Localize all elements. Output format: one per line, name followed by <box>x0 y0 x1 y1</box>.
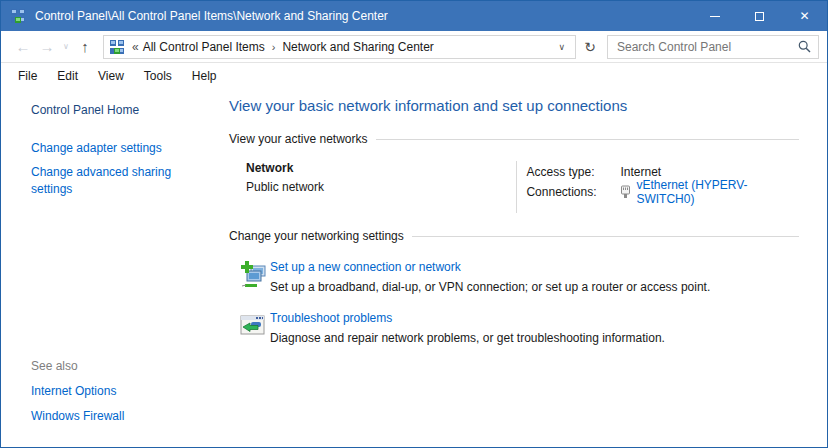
sidebar-item-control-panel-home[interactable]: Control Panel Home <box>31 103 201 117</box>
recent-pages-chevron-icon[interactable]: ∨ <box>59 42 73 51</box>
active-network-row: Network Public network Access type: Inte… <box>246 161 799 213</box>
window-controls: ✕ <box>692 1 827 31</box>
active-networks-header-label: View your active networks <box>229 132 368 146</box>
access-type-value: Internet <box>620 165 661 179</box>
minimize-button[interactable] <box>692 1 737 31</box>
page-title: View your basic network information and … <box>229 96 799 116</box>
menu-help[interactable]: Help <box>182 65 227 87</box>
breadcrumb-separator-icon[interactable]: › <box>265 41 283 53</box>
network-identity: Network Public network <box>246 161 516 213</box>
sidebar-item-change-adapter-settings[interactable]: Change adapter settings <box>31 140 183 157</box>
connections-row: Connections: vEthernet (HYPERV-SWITCH0) <box>526 182 799 202</box>
troubleshoot-description: Diagnose and repair network problems, or… <box>270 331 665 345</box>
see-also-header: See also <box>31 359 201 373</box>
sidebar-item-change-advanced-sharing-settings[interactable]: Change advanced sharing settings <box>31 164 183 198</box>
networking-settings-section-header: Change your networking settings <box>229 229 799 243</box>
network-type: Public network <box>246 180 516 194</box>
menu-view[interactable]: View <box>88 65 134 87</box>
network-details: Access type: Internet Connections: <box>517 161 799 213</box>
address-bar[interactable]: « All Control Panel Items › Network and … <box>103 35 576 59</box>
sidebar-item-windows-firewall[interactable]: Windows Firewall <box>31 408 183 425</box>
network-name: Network <box>246 161 516 175</box>
setup-connection-description: Set up a broadband, dial-up, or VPN conn… <box>270 280 710 294</box>
network-sharing-center-window: Control Panel\All Control Panel Items\Ne… <box>0 0 828 448</box>
search-input[interactable] <box>617 40 798 54</box>
sidebar: Control Panel Home Change adapter settin… <box>1 89 211 447</box>
setup-connection-item: Set up a new connection or network Set u… <box>239 260 799 294</box>
connections-label: Connections: <box>526 185 620 199</box>
section-rule <box>376 139 799 140</box>
breadcrumb-all-control-panel-items[interactable]: All Control Panel Items <box>143 40 265 54</box>
close-icon: ✕ <box>799 9 809 23</box>
setup-connection-text: Set up a new connection or network Set u… <box>269 260 710 294</box>
close-button[interactable]: ✕ <box>782 1 827 31</box>
access-type-label: Access type: <box>526 165 620 179</box>
menu-tools[interactable]: Tools <box>134 65 182 87</box>
troubleshoot-text: Troubleshoot problems Diagnose and repai… <box>269 311 665 345</box>
address-dropdown-chevron-icon[interactable]: ∨ <box>550 42 573 52</box>
network-sharing-center-icon <box>10 8 26 24</box>
menu-bar: File Edit View Tools Help <box>1 63 827 89</box>
troubleshoot-link[interactable]: Troubleshoot problems <box>270 311 665 325</box>
networking-settings-header-label: Change your networking settings <box>229 229 404 243</box>
window-title: Control Panel\All Control Panel Items\Ne… <box>35 9 692 23</box>
active-networks-section-header: View your active networks <box>229 132 799 146</box>
breadcrumb-network-and-sharing-center[interactable]: Network and Sharing Center <box>282 40 433 54</box>
up-button[interactable]: ↑ <box>73 38 97 55</box>
minimize-icon <box>710 16 720 17</box>
maximize-icon <box>755 12 764 21</box>
maximize-button[interactable] <box>737 1 782 31</box>
content-area: Control Panel Home Change adapter settin… <box>1 89 827 447</box>
troubleshoot-item: Troubleshoot problems Diagnose and repai… <box>239 311 799 345</box>
search-box[interactable] <box>607 35 819 59</box>
ethernet-adapter-icon <box>620 185 631 199</box>
main-pane: View your basic network information and … <box>211 89 827 447</box>
breadcrumb-root-chevrons[interactable]: « <box>125 40 143 54</box>
networking-settings-section: Change your networking settings <box>229 229 799 345</box>
section-rule <box>412 236 799 237</box>
forward-button[interactable]: → <box>35 38 59 55</box>
setup-connection-link[interactable]: Set up a new connection or network <box>270 260 710 274</box>
sidebar-item-internet-options[interactable]: Internet Options <box>31 383 183 400</box>
title-bar: Control Panel\All Control Panel Items\Ne… <box>1 1 827 31</box>
connection-link-vethernet[interactable]: vEthernet (HYPERV-SWITCH0) <box>636 178 799 206</box>
see-also-section: See also Internet Options Windows Firewa… <box>31 359 201 433</box>
search-icon[interactable] <box>798 40 811 53</box>
menu-edit[interactable]: Edit <box>47 65 88 87</box>
navigation-bar: ← → ∨ ↑ « All Control Panel Items › Netw… <box>1 31 827 63</box>
refresh-button[interactable]: ↻ <box>578 39 602 55</box>
troubleshoot-icon <box>239 311 269 345</box>
back-button[interactable]: ← <box>11 38 35 55</box>
menu-file[interactable]: File <box>8 65 47 87</box>
setup-connection-icon <box>239 260 269 294</box>
address-location-icon <box>109 39 125 55</box>
